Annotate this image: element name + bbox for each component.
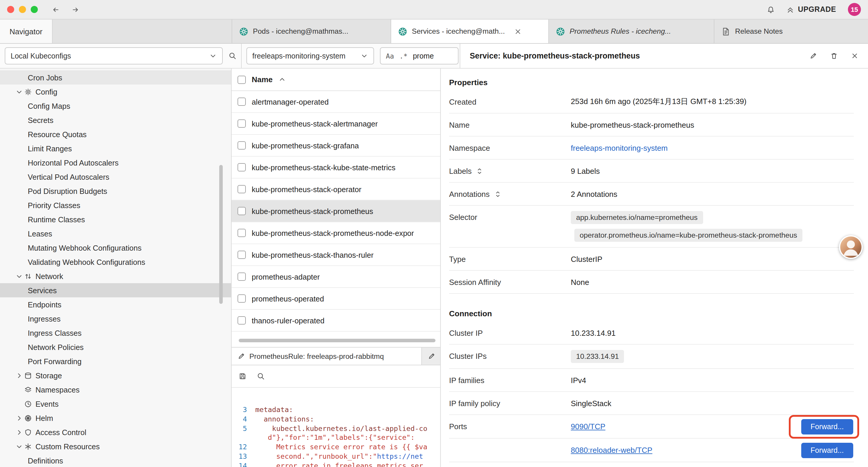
editor-search-icon[interactable] — [257, 372, 265, 380]
list-search-input[interactable]: Aa .* prome — [380, 47, 459, 64]
sidebar-item-ingress-classes[interactable]: Ingress Classes — [0, 326, 231, 340]
upgrade-icon — [787, 6, 795, 13]
table-row[interactable]: thanos-ruler-operated — [231, 310, 440, 332]
sidebar-item-definitions[interactable]: Definitions — [0, 454, 231, 467]
sidebar-item-runtime-classes[interactable]: Runtime Classes — [0, 212, 231, 226]
sidebar-item-custom-resources[interactable]: Custom Resources — [0, 439, 231, 454]
save-icon[interactable] — [239, 372, 246, 380]
close-icon[interactable] — [851, 52, 859, 60]
forward-button[interactable]: Forward... — [801, 419, 853, 434]
section-heading: Connection — [449, 309, 854, 318]
row-checkbox[interactable] — [238, 251, 246, 259]
row-checkbox[interactable] — [238, 141, 246, 150]
port-link[interactable]: 8080:reloader-web/TCP — [571, 446, 652, 455]
row-checkbox[interactable] — [238, 272, 246, 281]
table-row[interactable]: kube-prometheus-stack-prometheus-node-ex… — [231, 222, 440, 244]
namespace-selector[interactable]: freeleaps-monitoring-system — [246, 47, 374, 64]
sort-toggle-icon[interactable] — [494, 190, 501, 198]
sidebar-item-services[interactable]: Services — [0, 283, 231, 297]
sidebar-item-config[interactable]: Config — [0, 85, 231, 99]
row-checkbox[interactable] — [238, 207, 246, 215]
sidebar-item-horizontal-pod-autoscalers[interactable]: Horizontal Pod Autoscalers — [0, 155, 231, 170]
forward-button[interactable]: Forward... — [801, 442, 853, 458]
line-code: error rate in freeleaps metrics ser — [255, 462, 423, 467]
upgrade-button[interactable]: UPGRADE — [787, 5, 836, 13]
table-row[interactable]: prometheus-operated — [231, 288, 440, 310]
tab-4[interactable]: Release Notes — [714, 20, 868, 43]
table-row[interactable]: kube-prometheus-stack-operator — [231, 178, 440, 200]
sidebar-item-ingresses[interactable]: Ingresses — [0, 312, 231, 326]
sidebar-item-endpoints[interactable]: Endpoints — [0, 297, 231, 312]
tab-next-stub[interactable] — [422, 348, 441, 365]
custom-icon — [24, 442, 35, 450]
sidebar-scrollbar-thumb[interactable] — [219, 165, 223, 304]
sidebar-item-mutating-webhook-configurations[interactable]: Mutating Webhook Configurations — [0, 241, 231, 255]
delete-icon[interactable] — [830, 52, 838, 60]
sidebar-item-leases[interactable]: Leases — [0, 226, 231, 241]
sidebar-item-pod-disruption-budgets[interactable]: Pod Disruption Budgets — [0, 184, 231, 198]
row-checkbox[interactable] — [238, 163, 246, 171]
table-row[interactable]: kube-prometheus-stack-thanos-ruler — [231, 244, 440, 266]
table-row[interactable]: kube-prometheus-stack-alertmanager — [231, 113, 440, 135]
namespace-link[interactable]: freeleaps-monitoring-system — [571, 143, 668, 152]
floating-avatar[interactable] — [839, 235, 863, 259]
tab-navigator[interactable]: Navigator — [0, 20, 53, 43]
minimize-window-button[interactable] — [19, 6, 26, 13]
table-row[interactable]: prometheus-adapter — [231, 266, 440, 288]
sidebar-item-validating-webhook-configurations[interactable]: Validating Webhook Configurations — [0, 255, 231, 269]
sidebar-item-resource-quotas[interactable]: Resource Quotas — [0, 127, 231, 141]
table-row[interactable]: kube-prometheus-stack-kube-state-metrics — [231, 157, 440, 178]
sidebar-item-limit-ranges[interactable]: Limit Ranges — [0, 141, 231, 155]
sidebar-item-priority-classes[interactable]: Priority Classes — [0, 198, 231, 212]
row-checkbox[interactable] — [238, 185, 246, 193]
kubeconfig-selector[interactable]: Local Kubeconfigs — [5, 47, 223, 64]
row-checkbox[interactable] — [238, 229, 246, 237]
edit-icon[interactable] — [809, 52, 817, 60]
regex-toggle[interactable]: .* — [399, 52, 408, 60]
sidebar-item-helm[interactable]: Helm — [0, 411, 231, 425]
sidebar-item-access-control[interactable]: Access Control — [0, 425, 231, 439]
detail-row-port: 8080:reloader-web/TCPForward... — [449, 439, 854, 462]
row-checkbox[interactable] — [238, 316, 246, 324]
yaml-editor[interactable]: 3metadata:4 annotations:5 kubectl.kubern… — [231, 388, 440, 467]
sidebar-search-icon[interactable] — [229, 52, 236, 60]
sidebar-item-events[interactable]: Events — [0, 397, 231, 411]
sidebar-item-storage[interactable]: Storage — [0, 368, 231, 382]
name-column-header[interactable]: Name — [252, 75, 273, 84]
close-tab-icon[interactable] — [514, 28, 522, 35]
sidebar-item-port-forwarding[interactable]: Port Forwarding — [0, 354, 231, 368]
sidebar-item-secrets[interactable]: Secrets — [0, 113, 231, 127]
tab-3[interactable]: Prometheus Rules - icecheng... — [549, 20, 714, 43]
sidebar-item-config-maps[interactable]: Config Maps — [0, 99, 231, 113]
row-checkbox[interactable] — [238, 119, 246, 128]
detail-row-namespace: Namespacefreeleaps-monitoring-system — [449, 137, 854, 159]
sidebar-item-network-policies[interactable]: Network Policies — [0, 340, 231, 354]
line-code: metadata: — [255, 406, 293, 415]
close-window-button[interactable] — [7, 6, 14, 13]
case-sensitive-toggle[interactable]: Aa — [386, 52, 394, 60]
sort-ascending-icon[interactable] — [279, 76, 286, 83]
sidebar-item-vertical-pod-autoscalers[interactable]: Vertical Pod Autoscalers — [0, 170, 231, 184]
detail-label: IP families — [449, 376, 571, 384]
select-all-checkbox[interactable] — [238, 76, 246, 84]
tab-2[interactable]: Services - icecheng@math... — [391, 20, 549, 43]
table-row[interactable]: kube-prometheus-stack-prometheus — [231, 200, 440, 222]
sidebar-item-cron-jobs[interactable]: Cron Jobs — [0, 70, 231, 85]
detail-label-text: Annotations — [449, 189, 490, 198]
horizontal-scrollbar-thumb[interactable] — [239, 339, 435, 342]
forward-button[interactable] — [71, 6, 79, 13]
notifications-bell-icon[interactable] — [767, 6, 775, 13]
tab-1[interactable]: Pods - icecheng@mathmas... — [232, 20, 391, 43]
notification-count-badge[interactable]: 15 — [848, 3, 861, 16]
sort-toggle-icon[interactable] — [476, 167, 484, 175]
back-button[interactable] — [52, 6, 60, 13]
sidebar-item-namespaces[interactable]: Namespaces — [0, 382, 231, 397]
table-row[interactable]: alertmanager-operated — [231, 91, 440, 113]
row-checkbox[interactable] — [238, 97, 246, 106]
port-link[interactable]: 9090/TCP — [571, 422, 606, 431]
sidebar-item-network[interactable]: Network — [0, 269, 231, 283]
tab-prometheusrule[interactable]: PrometheusRule: freeleaps-prod-rabbitmq — [231, 348, 422, 365]
table-row[interactable]: kube-prometheus-stack-grafana — [231, 135, 440, 157]
zoom-window-button[interactable] — [31, 6, 38, 13]
row-checkbox[interactable] — [238, 294, 246, 303]
